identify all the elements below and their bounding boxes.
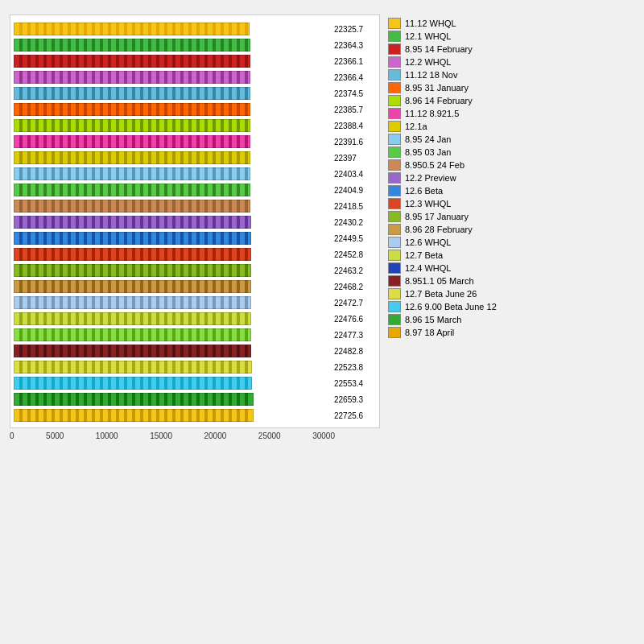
main-container: 22325.722364.322366.122366.422374.522385… [0, 0, 644, 644]
legend-label: 8.96 15 March [405, 315, 461, 324]
bar-value: 22449.5 [334, 234, 376, 243]
bar-wrapper [14, 393, 331, 406]
legend-item: 12.2 Preview [388, 172, 565, 184]
bar-row: 22659.3 [14, 392, 376, 407]
legend-item: 12.6 WHQL [388, 237, 565, 248]
bar-value: 22476.6 [334, 315, 376, 324]
bar-wrapper [14, 151, 331, 164]
legend-color-box [388, 31, 401, 42]
bar-row: 22391.6 [14, 134, 376, 149]
legend-label: 11.12 18 Nov [405, 70, 457, 80]
bar [14, 312, 251, 325]
legend-color-box [388, 82, 401, 93]
legend-color-box [388, 147, 401, 158]
legend-item: 12.1 WHQL [388, 31, 565, 42]
legend-item: 8.95 24 Jan [388, 134, 565, 145]
bar-value: 22391.6 [334, 138, 376, 147]
bar-row: 22553.4 [14, 376, 376, 390]
legend-label: 8.95 03 Jan [405, 147, 452, 157]
legend-label: 12.2 WHQL [405, 57, 451, 67]
bar [14, 167, 250, 180]
bar-value: 22364.3 [334, 41, 376, 50]
bar-row: 22397 [14, 151, 376, 165]
legend-label: 12.6 9.00 Beta June 12 [405, 302, 497, 312]
bar [14, 103, 250, 116]
bar-value: 22385.7 [334, 105, 376, 114]
bar [14, 361, 252, 374]
bar-value: 22468.2 [334, 283, 376, 291]
legend-label: 8.96 14 February [405, 96, 473, 105]
bar [14, 345, 251, 357]
legend-color-box [388, 314, 401, 325]
bar-wrapper [14, 200, 331, 213]
bar-value: 22477.3 [334, 331, 376, 340]
legend-color-box [388, 172, 401, 184]
legend-label: 8.951.1 05 March [405, 276, 474, 286]
bar-wrapper [14, 328, 331, 341]
bar-wrapper [14, 264, 331, 277]
legend-item: 8.97 18 April [388, 327, 565, 338]
bar-value: 22325.7 [334, 25, 376, 34]
bar [14, 296, 251, 309]
bar-wrapper [14, 71, 331, 84]
legend-item: 11.12 8.921.5 [388, 108, 565, 119]
legend-color-box [388, 237, 401, 248]
bar-wrapper [14, 103, 331, 116]
legend-color-box [388, 43, 401, 55]
legend: 11.12 WHQL12.1 WHQL8.95 14 February12.2 … [388, 14, 565, 440]
x-axis-label: 25000 [258, 431, 281, 440]
bar-wrapper [14, 39, 331, 52]
bar-value: 22374.5 [334, 89, 376, 98]
legend-label: 12.6 Beta [405, 186, 443, 196]
legend-color-box [388, 56, 401, 68]
legend-color-box [388, 211, 401, 222]
legend-item: 8.95 17 January [388, 211, 565, 222]
bar-value: 22472.7 [334, 299, 376, 308]
legend-color-box [388, 275, 401, 287]
bar [14, 39, 250, 52]
legend-label: 12.4 WHQL [405, 263, 451, 273]
bar-value: 22482.8 [334, 347, 376, 356]
legend-label: 8.96 28 February [405, 225, 473, 234]
legend-item: 12.2 WHQL [388, 56, 565, 68]
bars-container: 22325.722364.322366.122366.422374.522385… [10, 14, 380, 428]
legend-item: 12.6 Beta [388, 185, 565, 196]
legend-item: 12.1a [388, 121, 565, 132]
chart-area: 22325.722364.322366.122366.422374.522385… [10, 14, 634, 440]
bar-wrapper [14, 248, 331, 261]
bar-row: 22472.7 [14, 295, 376, 310]
bar-value: 22418.5 [334, 202, 376, 211]
legend-color-box [388, 69, 401, 80]
bar-wrapper [14, 55, 331, 68]
legend-label: 8.95 17 January [405, 212, 469, 221]
legend-item: 8.95 31 January [388, 82, 565, 93]
bar-value: 22388.4 [334, 122, 376, 130]
legend-label: 12.2 Preview [405, 173, 456, 183]
x-axis-label: 30000 [312, 431, 335, 440]
bar-value: 22404.9 [334, 186, 376, 195]
bar-value: 22430.2 [334, 218, 376, 227]
bar-wrapper [14, 361, 331, 374]
legend-item: 8.950.5 24 Feb [388, 159, 565, 171]
bar [14, 248, 251, 261]
bar-row: 22463.2 [14, 263, 376, 278]
bar [14, 23, 250, 35]
bar-value: 22523.8 [334, 363, 376, 372]
bar [14, 409, 254, 422]
bar-value: 22403.4 [334, 170, 376, 179]
legend-item: 8.96 28 February [388, 224, 565, 235]
bar [14, 119, 250, 132]
bar [14, 87, 250, 100]
bar-value: 22366.1 [334, 57, 376, 66]
legend-color-box [388, 185, 401, 196]
legend-color-box [388, 327, 401, 338]
legend-label: 12.7 Beta June 26 [405, 289, 477, 299]
bar-row: 22430.2 [14, 215, 376, 229]
x-axis-label: 10000 [96, 431, 118, 440]
legend-item: 12.6 9.00 Beta June 12 [388, 301, 565, 312]
bar-value: 22553.4 [334, 379, 376, 388]
chart-left: 22325.722364.322366.122366.422374.522385… [10, 14, 380, 440]
legend-item: 8.96 15 March [388, 314, 565, 325]
bar [14, 184, 250, 196]
legend-color-box [388, 134, 401, 145]
